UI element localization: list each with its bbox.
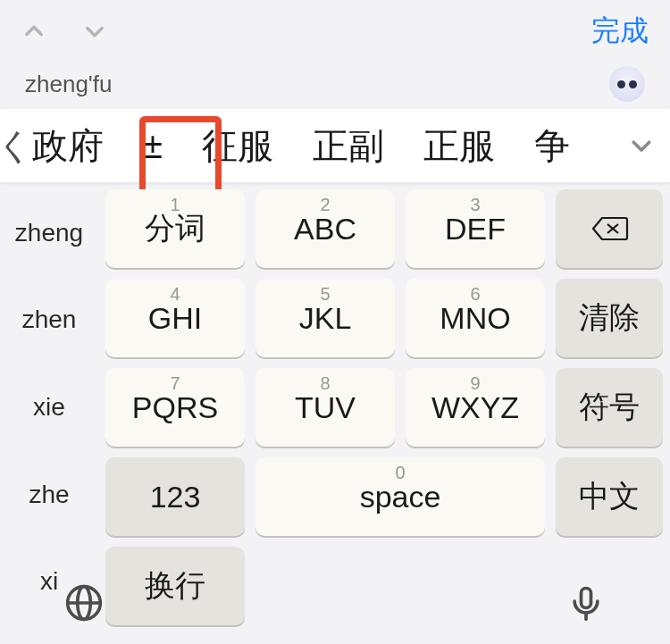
syllable-item[interactable]: zhen bbox=[0, 277, 98, 364]
key-delete[interactable] bbox=[556, 189, 663, 268]
syllable-item[interactable]: zhe bbox=[0, 451, 98, 539]
key-8[interactable]: 8 TUV bbox=[255, 368, 395, 447]
key-digit: 1 bbox=[170, 195, 180, 215]
key-digit: 6 bbox=[470, 284, 480, 305]
key-label: 符号 bbox=[579, 387, 640, 428]
key-label: ABC bbox=[294, 212, 356, 247]
key-space[interactable]: 0space bbox=[255, 457, 545, 536]
key-9[interactable]: 9 WXYZ bbox=[406, 368, 545, 447]
key-123[interactable]: 123 bbox=[105, 457, 245, 536]
key-label: 中文 bbox=[579, 476, 640, 517]
key-5[interactable]: 5 JKL bbox=[255, 279, 395, 357]
key-digit: 2 bbox=[320, 195, 330, 215]
key-digit: 5 bbox=[320, 284, 330, 305]
keyboard-toolbar: 完成 bbox=[0, 0, 670, 63]
key-label: PQRS bbox=[132, 390, 218, 425]
prev-field-icon[interactable] bbox=[21, 19, 46, 44]
candidate-item[interactable]: 正副 bbox=[293, 121, 404, 171]
globe-icon[interactable] bbox=[64, 583, 104, 623]
key-digit: 4 bbox=[170, 284, 180, 305]
key-symbol[interactable]: 符号 bbox=[556, 368, 663, 447]
keyboard: zheng zhen xie zhe xi 1 分词 2 ABC 3 DEF bbox=[0, 182, 670, 625]
prev-candidate-hint: く bbox=[0, 121, 33, 171]
key-label: space bbox=[360, 480, 441, 514]
expand-candidates-button[interactable] bbox=[613, 109, 670, 182]
syllable-item[interactable]: zheng bbox=[0, 189, 98, 277]
key-3[interactable]: 3 DEF bbox=[406, 189, 545, 268]
key-digit: 9 bbox=[470, 373, 480, 394]
key-clear[interactable]: 清除 bbox=[556, 279, 663, 357]
candidate-bar: く 政府 ± 征服 正副 正服 争 bbox=[0, 109, 670, 182]
key-1[interactable]: 1 分词 bbox=[105, 189, 245, 268]
field-nav-arrows bbox=[21, 19, 107, 44]
key-label: TUV bbox=[295, 390, 356, 425]
next-field-icon[interactable] bbox=[82, 19, 107, 44]
key-label: DEF bbox=[445, 212, 506, 247]
candidate-item[interactable]: 正服 bbox=[404, 121, 515, 171]
key-label: 123 bbox=[150, 480, 201, 514]
syllable-item[interactable]: xie bbox=[0, 364, 98, 451]
key-label: GHI bbox=[148, 301, 202, 336]
mic-icon[interactable] bbox=[566, 583, 606, 623]
composition-row: zheng'fu bbox=[0, 63, 670, 102]
keyboard-bottom-bar bbox=[0, 583, 670, 644]
key-7[interactable]: 7 PQRS bbox=[105, 368, 245, 447]
key-label: WXYZ bbox=[431, 390, 519, 425]
svg-rect-5 bbox=[582, 589, 591, 608]
key-digit: 7 bbox=[170, 373, 180, 394]
key-zhongwen[interactable]: 中文 bbox=[556, 457, 663, 536]
key-4[interactable]: 4 GHI bbox=[105, 279, 245, 357]
composition-text: zheng'fu bbox=[25, 71, 113, 98]
syllable-sidebar: zheng zhen xie zhe xi bbox=[0, 189, 98, 625]
candidate-item[interactable]: 争 bbox=[515, 121, 590, 171]
emoji-face-icon bbox=[617, 80, 637, 88]
key-digit: 8 bbox=[320, 373, 330, 394]
candidate-item[interactable]: 征服 bbox=[182, 121, 293, 171]
delete-icon bbox=[590, 214, 629, 243]
key-2[interactable]: 2 ABC bbox=[255, 189, 395, 268]
chevron-down-icon bbox=[628, 132, 655, 159]
key-label: MNO bbox=[440, 301, 510, 336]
key-label: JKL bbox=[299, 301, 352, 336]
emoji-button[interactable] bbox=[609, 66, 645, 102]
key-digit: 3 bbox=[470, 195, 480, 215]
done-button[interactable]: 完成 bbox=[591, 12, 649, 51]
key-grid: 1 分词 2 ABC 3 DEF 4 GHI 5 JKL 6 bbox=[105, 189, 663, 625]
key-label: 清除 bbox=[579, 297, 640, 339]
candidate-list: 政府 ± 征服 正副 正服 争 bbox=[0, 109, 613, 182]
key-6[interactable]: 6 MNO bbox=[406, 279, 545, 357]
key-digit: 0 bbox=[395, 463, 405, 483]
candidate-item[interactable]: ± bbox=[123, 126, 182, 166]
